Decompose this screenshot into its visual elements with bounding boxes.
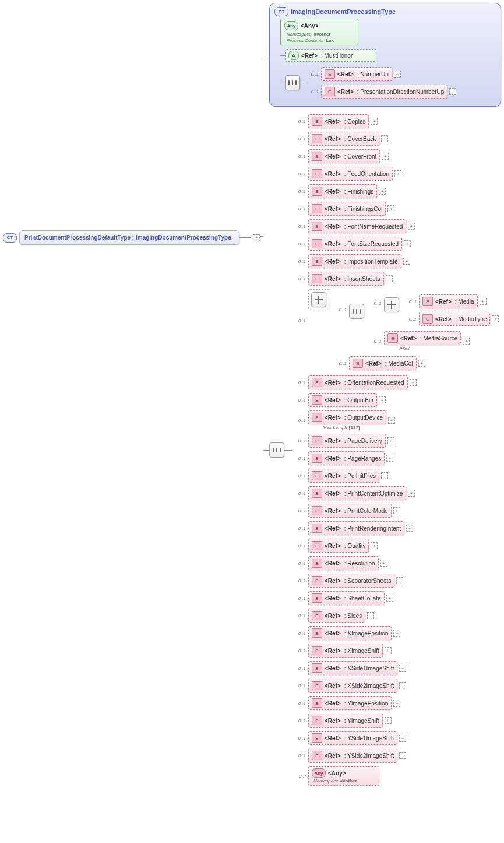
expand-icon[interactable]: +	[463, 338, 470, 345]
element-presentation-direction: E <Ref> : PresentationDirectionNumberUp	[321, 85, 447, 99]
expand-icon[interactable]: +	[385, 717, 392, 724]
complex-type-title: ImagingDocumentProcessingType	[291, 8, 396, 15]
expand-icon[interactable]: +	[379, 188, 386, 195]
cardinality-label: 0..1	[293, 318, 306, 324]
cardinality-label: 0..1	[306, 89, 319, 94]
expand-icon[interactable]: +	[399, 752, 406, 759]
expand-icon[interactable]: +	[387, 205, 394, 212]
element-icon: E	[312, 593, 322, 603]
expand-icon[interactable]: +	[408, 490, 415, 497]
element-box: E<Ref>: PdlInitFiles	[308, 469, 379, 483]
expand-icon[interactable]: +	[449, 88, 456, 95]
expand-icon[interactable]: +	[393, 700, 400, 707]
cardinality-label: 0..1	[404, 317, 417, 322]
expand-icon[interactable]: +	[394, 71, 401, 78]
expand-icon[interactable]: +	[404, 240, 411, 247]
element-icon: E	[312, 152, 322, 161]
expand-icon[interactable]: +	[410, 379, 417, 386]
expand-icon[interactable]: +	[480, 298, 487, 305]
expand-icon[interactable]: +	[385, 647, 392, 654]
element-row: 0..1E<Ref>: OutputBin+	[293, 393, 499, 407]
any-icon: Any	[312, 768, 326, 778]
element-icon: E	[312, 454, 322, 463]
cardinality-label: 0..1	[293, 241, 306, 247]
element-icon: E	[312, 489, 322, 498]
expand-icon[interactable]: +	[386, 275, 393, 282]
cardinality-label: 0..1	[369, 339, 382, 344]
element-meta: JPS3	[384, 346, 461, 351]
root-type-node: CT PrintDocumentProcessingDefaultType : …	[3, 230, 260, 245]
cardinality-label: 0..1	[293, 508, 306, 514]
element-row: 0..1E<Ref>: YSide1ImageShift+	[293, 731, 499, 745]
element-icon: E	[312, 541, 322, 550]
element-row: 0..1E<Ref>: FinishingsCol+	[293, 202, 499, 216]
element-row: 0..1E<Ref>: XImagePosition+	[293, 626, 499, 640]
element-row: 0..1E<Ref>: SheetCollate+	[293, 591, 499, 605]
element-box: E<Ref>: MediaType	[419, 312, 490, 326]
element-row: 0..1E<Ref>: PageDelivery+	[293, 434, 499, 448]
cardinality-label: 0..1	[293, 578, 306, 584]
element-row: 0..1E<Ref>: XSide2ImageShift+	[293, 679, 499, 693]
element-icon: E	[312, 204, 322, 213]
main-element-list: 0..1E<Ref>: Copies+0..1E<Ref>: CoverBack…	[293, 113, 499, 788]
expand-icon[interactable]: +	[396, 577, 403, 584]
element-icon: E	[422, 297, 433, 306]
any-element-row: 0..*Any<Any>Namespace##other	[293, 766, 499, 786]
sequence-icon	[349, 304, 364, 319]
expand-icon[interactable]: +	[408, 223, 415, 230]
element-row: 0..1E<Ref>: ImpositionTemplate+	[293, 254, 499, 268]
element-icon: E	[312, 187, 322, 196]
element-icon: E	[312, 436, 322, 445]
choice-icon	[384, 297, 399, 312]
cardinality-label: 0..1	[334, 307, 347, 312]
expand-icon[interactable]: +	[381, 472, 388, 479]
element-box: E<Ref>: InsertSheets	[308, 272, 384, 286]
element-row: 0..1E<Ref>: FeedOrientation+	[293, 167, 499, 181]
expand-icon[interactable]: +	[393, 630, 400, 637]
element-row: 0..1E<Ref>: YImagePosition+	[293, 696, 499, 710]
element-icon: E	[312, 524, 322, 533]
expand-icon[interactable]: +	[399, 682, 406, 689]
expand-icon[interactable]: +	[253, 234, 260, 241]
expand-icon[interactable]: +	[382, 153, 389, 160]
cardinality-label: 0..1	[293, 276, 306, 282]
expand-icon[interactable]: +	[371, 118, 378, 125]
connector	[239, 237, 251, 238]
element-icon: E	[312, 681, 322, 690]
element-box: E<Ref>: PrintContentOptimize	[308, 486, 406, 500]
element-row: 0..1E<Ref>: Media+	[404, 294, 499, 308]
expand-icon[interactable]: +	[386, 595, 393, 602]
expand-icon[interactable]: +	[381, 135, 388, 142]
element-icon: E	[312, 222, 322, 231]
expand-icon[interactable]: +	[387, 437, 394, 444]
any-element-box: Any<Any>Namespace##other	[308, 766, 379, 786]
expand-icon[interactable]: +	[394, 170, 401, 177]
expand-icon[interactable]: +	[399, 665, 406, 672]
cardinality-label: 0..1	[293, 398, 306, 403]
expand-icon[interactable]: +	[418, 360, 425, 367]
element-icon: E	[325, 87, 335, 96]
expand-icon[interactable]: +	[406, 525, 413, 532]
cardinality-label: 0..1	[293, 736, 306, 741]
expand-icon[interactable]: +	[403, 258, 410, 265]
expand-icon[interactable]: +	[380, 560, 387, 567]
root-label: PrintDocumentProcessingDefaultType : Ima…	[19, 230, 239, 245]
expand-icon[interactable]: +	[386, 455, 393, 462]
expand-icon[interactable]: +	[371, 542, 378, 549]
cardinality-label: 0..1	[293, 171, 306, 177]
element-box: E<Ref>: FinishingsCol	[308, 202, 386, 216]
expand-icon[interactable]: +	[379, 396, 386, 403]
expand-icon[interactable]: +	[399, 735, 406, 742]
expand-icon[interactable]: +	[367, 612, 374, 619]
expand-icon[interactable]: +	[492, 315, 499, 322]
expand-icon[interactable]: +	[388, 417, 395, 424]
element-icon: E	[312, 274, 322, 283]
element-row: 0..1E<Ref>: Copies+	[293, 114, 499, 128]
any-icon: Any	[284, 21, 298, 30]
cardinality-label: 0..1	[293, 631, 306, 636]
cardinality-label: 0..1	[334, 361, 347, 366]
expand-icon[interactable]: +	[393, 507, 400, 514]
element-icon: E	[312, 239, 322, 248]
element-icon: E	[312, 611, 322, 620]
element-icon: E	[312, 733, 322, 743]
